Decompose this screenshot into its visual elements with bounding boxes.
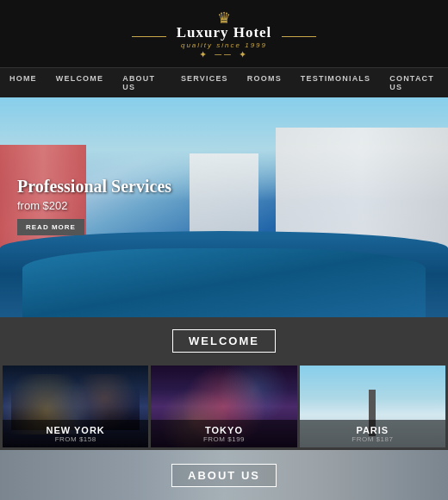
- logo-ornament-bottom: ✦ ── ✦: [0, 49, 448, 60]
- about-title: ABOUT US: [171, 464, 277, 487]
- tokyo-name: TOKYO: [158, 425, 289, 435]
- welcome-title: WELCOME: [172, 329, 276, 353]
- tokyo-price: FROM $199: [158, 435, 289, 443]
- logo-divider-left: [132, 36, 166, 37]
- city-cards: NEW YORK FROM $158 TOKYO FROM $199 PARIS…: [0, 363, 448, 450]
- hero-building-right: [276, 128, 448, 248]
- nav-testimonials[interactable]: TESTIMONIALS: [291, 68, 380, 97]
- nav-welcome[interactable]: WELCOME: [47, 68, 113, 97]
- logo-divider-right: [282, 36, 316, 37]
- logo-name: Luxury Hotel: [177, 24, 272, 41]
- about-teaser: ABOUT US: [0, 450, 448, 500]
- nav-rooms[interactable]: ROOMS: [238, 68, 291, 97]
- hero-building-center: [190, 153, 258, 240]
- city-card-tokyo[interactable]: TOKYO FROM $199: [151, 366, 296, 447]
- logo-text: Luxury Hotel quality since 1999: [170, 24, 279, 49]
- logo-container: Luxury Hotel quality since 1999: [0, 24, 448, 49]
- paris-overlay: PARIS FROM $187: [300, 420, 445, 447]
- city-card-paris[interactable]: PARIS FROM $187: [300, 366, 445, 447]
- city-card-newyork[interactable]: NEW YORK FROM $158: [3, 366, 148, 447]
- logo-tagline: quality since 1999: [177, 41, 272, 49]
- nav-home[interactable]: HOME: [0, 68, 47, 97]
- welcome-section: WELCOME: [0, 317, 448, 363]
- newyork-price: FROM $158: [9, 435, 141, 443]
- read-more-button[interactable]: READ MORE: [17, 219, 84, 235]
- main-nav: HOME WELCOME ABOUT US SERVICES ROOMS TES…: [0, 68, 448, 97]
- nav-services[interactable]: SERVICES: [171, 68, 238, 97]
- hero-price: from $202: [17, 199, 171, 212]
- newyork-overlay: NEW YORK FROM $158: [3, 420, 148, 447]
- hero-pool: [0, 231, 448, 317]
- hero-pool-inner: [22, 248, 426, 317]
- hero-content: Professional Services from $202 READ MOR…: [17, 177, 171, 235]
- tokyo-overlay: TOKYO FROM $199: [151, 420, 296, 447]
- nav-about[interactable]: ABOUT US: [113, 68, 171, 97]
- hero-title: Professional Services: [17, 177, 171, 197]
- paris-price: FROM $187: [307, 435, 439, 443]
- nav-contact[interactable]: CONTACT US: [380, 68, 448, 97]
- header: ♛ Luxury Hotel quality since 1999 ✦ ── ✦: [0, 0, 448, 68]
- newyork-name: NEW YORK: [9, 425, 141, 435]
- hero-section: Professional Services from $202 READ MOR…: [0, 97, 448, 317]
- paris-name: PARIS: [307, 425, 439, 435]
